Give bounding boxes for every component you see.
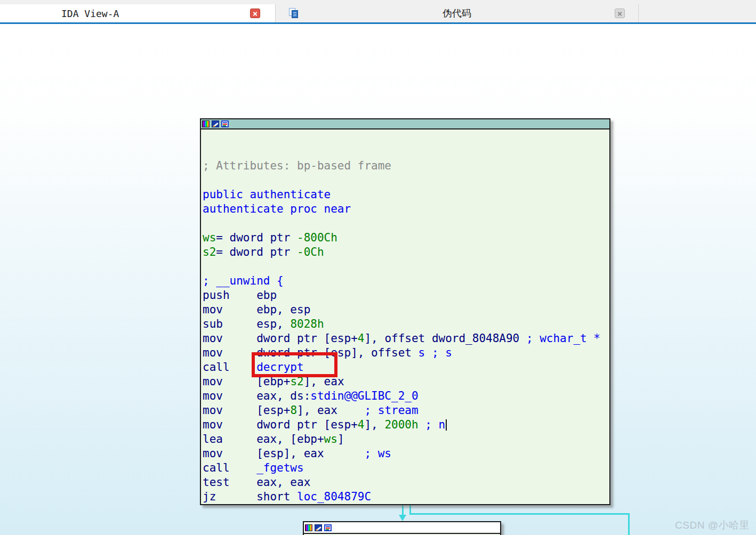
code-line[interactable]: mov [esp+8], eax ; stream	[203, 403, 609, 418]
code-line[interactable]: sub esp, 8028h	[203, 317, 609, 331]
close-icon[interactable]	[615, 9, 625, 18]
palette-icon[interactable]	[202, 120, 210, 127]
code-line[interactable]: ws= dword ptr -800Ch	[203, 231, 609, 245]
flow-edge-branch-vertical	[628, 513, 630, 535]
code-line[interactable]: lea eax, [ebp+ws]	[203, 432, 609, 447]
disassembly-code[interactable]: ; Attributes: bp-based framepublic authe…	[201, 129, 609, 504]
edit-pencil-icon[interactable]	[315, 524, 322, 531]
tab-bar: IDA View-A 伪代码	[0, 0, 756, 24]
basic-block-node-2[interactable]	[303, 521, 501, 535]
code-line[interactable]: call _fgetws	[203, 461, 609, 475]
node-info-icon[interactable]	[324, 524, 332, 531]
edit-pencil-icon[interactable]	[212, 120, 219, 127]
code-line[interactable]: mov dword ptr [esp+4], offset dword_8048…	[203, 331, 609, 346]
code-line[interactable]: authenticate proc near	[203, 202, 609, 216]
code-line[interactable]: s2= dword ptr -0Ch	[203, 245, 609, 260]
graph-view[interactable]: ; Attributes: bp-based framepublic authe…	[0, 24, 756, 535]
basic-block-node[interactable]: ; Attributes: bp-based framepublic authe…	[200, 118, 610, 505]
code-line[interactable]: push ebp	[203, 288, 609, 303]
code-line[interactable]: test eax, eax	[203, 475, 609, 490]
code-line[interactable]: jz short loc_804879C	[203, 490, 609, 504]
annotation-highlight-box	[252, 352, 337, 377]
close-icon[interactable]	[250, 9, 260, 18]
flow-edge-arrowhead	[399, 515, 406, 521]
code-line[interactable]: mov ebp, esp	[203, 303, 609, 317]
code-line[interactable]: mov eax, ds:stdin@@GLIBC_2_0	[203, 389, 609, 403]
code-line[interactable]	[203, 216, 609, 231]
code-line[interactable]: ; __unwind {	[203, 274, 609, 288]
text-cursor	[446, 419, 447, 431]
node-title-bar[interactable]	[201, 119, 609, 129]
document-icon	[289, 8, 299, 19]
code-line[interactable]: mov dword ptr [esp+4], 2000h ; n	[203, 418, 609, 432]
code-line[interactable]	[203, 260, 609, 274]
flow-edge-down	[402, 505, 404, 516]
flow-edge-branch-horizontal	[409, 513, 629, 515]
node-title-bar[interactable]	[304, 522, 500, 534]
tab-label: 伪代码	[443, 7, 471, 20]
code-line[interactable]: public authenticate	[203, 188, 609, 202]
node-info-icon[interactable]	[221, 120, 229, 127]
watermark: CSDN @小哈里	[675, 518, 750, 532]
palette-icon[interactable]	[305, 524, 312, 531]
code-line[interactable]: mov [esp], eax ; ws	[203, 447, 609, 461]
tab-pseudocode[interactable]: 伪代码	[276, 4, 639, 22]
tab-label: IDA View-A	[61, 8, 119, 19]
tab-ida-view-a[interactable]: IDA View-A	[0, 4, 276, 22]
code-line[interactable]	[203, 173, 609, 188]
code-line[interactable]: ; Attributes: bp-based frame	[203, 159, 609, 173]
